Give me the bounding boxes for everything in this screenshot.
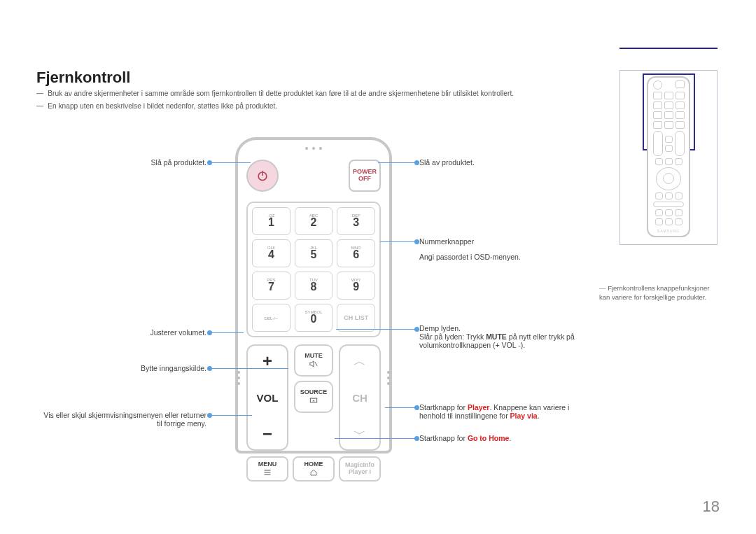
home-button[interactable]: HOME xyxy=(293,456,335,482)
magicinfo-player-button[interactable]: MagicInfo Player I xyxy=(339,456,381,482)
page-title: Fjernkontroll xyxy=(36,69,130,87)
source-icon xyxy=(309,395,318,405)
leader-source xyxy=(210,368,288,369)
callout-volume: Justerer volumet. xyxy=(49,328,206,337)
key-9[interactable]: WXY9 xyxy=(337,272,375,300)
callout-player: Startknapp for Player. Knappene kan vari… xyxy=(419,403,622,420)
source-button[interactable]: SOURCE xyxy=(294,381,333,413)
volume-rocker[interactable]: + VOL − xyxy=(246,344,288,451)
callout-power-on: Slå på produktet. xyxy=(49,158,206,167)
key-chlist[interactable]: CH LIST xyxy=(337,304,375,332)
remote-body: POWER OFF .QZ1 ABC2 DEF3 GHI4 JKL5 MNO6 … xyxy=(235,137,392,454)
leader-numbers xyxy=(380,241,416,242)
channel-rocker[interactable]: ︿ CH ﹀ xyxy=(339,344,381,451)
leader-mute xyxy=(336,329,416,330)
footnote: ― Fjernkontrollens knappefunksjoner kan … xyxy=(599,283,720,302)
leader-power-on xyxy=(210,162,251,163)
key-6[interactable]: MNO6 xyxy=(337,239,375,267)
callout-power-off: Slå av produktet. xyxy=(419,158,475,167)
mute-icon xyxy=(309,359,318,369)
page-number: 18 xyxy=(703,498,720,516)
leader-volume xyxy=(210,332,244,333)
mini-dpad-icon xyxy=(656,167,681,190)
key-1[interactable]: .QZ1 xyxy=(252,207,290,235)
note-1: ―Bruk av andre skjermenheter i samme omr… xyxy=(36,90,514,97)
menu-icon xyxy=(263,468,272,477)
leader-menu xyxy=(210,415,252,416)
mini-remote: SAMSUNG xyxy=(647,76,690,237)
callout-mute: Demp lyden. Slår på lyden: Trykk MUTE på… xyxy=(419,324,622,349)
callout-home: Startknapp for Go to Home. xyxy=(419,434,511,442)
mini-brand-label: SAMSUNG xyxy=(657,229,680,233)
svg-line-2 xyxy=(315,362,318,366)
note-2: ―En knapp uten en beskrivelse i bildet n… xyxy=(36,102,277,110)
leader-home xyxy=(335,438,416,439)
chevron-up-icon: ︿ xyxy=(354,353,366,370)
key-del[interactable]: DEL-/-- xyxy=(252,304,290,332)
leader-power-off xyxy=(378,162,416,163)
chevron-down-icon: ﹀ xyxy=(354,426,366,442)
key-5[interactable]: JKL5 xyxy=(295,239,333,267)
key-7[interactable]: PRS7 xyxy=(252,272,290,300)
key-4[interactable]: GHI4 xyxy=(252,239,290,267)
callout-menu: Vis eller skjul skjermvisningsmenyen ell… xyxy=(34,411,206,428)
overview-frame: SAMSUNG xyxy=(620,70,718,245)
callout-source: Bytte inngangskilde. xyxy=(49,364,206,372)
key-3[interactable]: DEF3 xyxy=(337,207,375,235)
key-8[interactable]: TUV8 xyxy=(295,272,333,300)
menu-button[interactable]: MENU xyxy=(246,456,288,482)
power-on-button[interactable] xyxy=(246,160,279,192)
power-icon xyxy=(255,169,270,183)
remote-ir-dots xyxy=(305,147,322,150)
header-rule xyxy=(620,48,718,49)
side-dots-left xyxy=(237,371,240,385)
volume-up-icon: + xyxy=(262,353,272,370)
key-2[interactable]: ABC2 xyxy=(295,207,333,235)
leader-player xyxy=(385,407,416,408)
callout-numbers: Nummerknapper Angi passordet i OSD-menye… xyxy=(419,237,521,261)
home-icon xyxy=(309,468,318,477)
power-off-button[interactable]: POWER OFF xyxy=(349,160,381,192)
number-keypad: .QZ1 ABC2 DEF3 GHI4 JKL5 MNO6 PRS7 TUV8 … xyxy=(246,202,381,337)
side-dots-right xyxy=(387,371,390,385)
mute-button[interactable]: MUTE xyxy=(294,344,333,377)
key-0[interactable]: SYMBOL0 xyxy=(295,304,333,332)
volume-down-icon: − xyxy=(262,426,272,442)
